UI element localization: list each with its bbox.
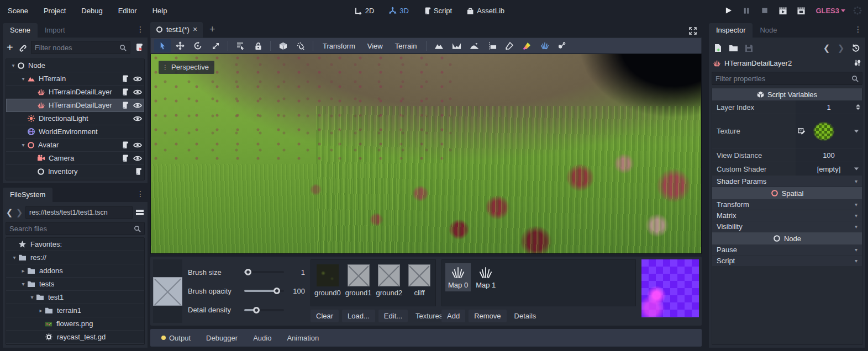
tab-inspector[interactable]: Inspector (709, 23, 753, 38)
dock-menu-icon[interactable]: ⋮ (136, 25, 144, 34)
edit-image-icon[interactable] (798, 127, 806, 135)
lock-button[interactable] (250, 39, 266, 52)
menu-transform[interactable]: Transform (317, 42, 361, 50)
filesystem-row[interactable]: flowers.png (6, 317, 144, 331)
edit-texture-button[interactable]: Edit... (378, 310, 408, 322)
new-scene-tab-button[interactable]: + (203, 24, 222, 38)
tree-expand-icon[interactable]: ▾ (19, 281, 27, 287)
object-tools-icon[interactable] (854, 59, 861, 67)
script-icon[interactable] (134, 167, 142, 176)
filesystem-row[interactable]: ▸addons (6, 264, 144, 278)
slider-track[interactable] (244, 309, 284, 311)
current-path-field[interactable]: res://tests/test1/test1.tscn (25, 206, 133, 219)
tab-node[interactable]: Node (753, 23, 784, 38)
menu-help[interactable]: Help (145, 0, 175, 21)
section-matrix[interactable]: Matrix▾ (712, 210, 862, 221)
terrain-texture-item[interactable]: cliff (407, 264, 432, 297)
dock-menu-icon[interactable]: ⋮ (136, 189, 144, 198)
filesystem-row[interactable]: ▾res:// (6, 251, 144, 264)
menu-debug[interactable]: Debug (73, 0, 110, 21)
clear-texture-button[interactable]: Clear (311, 310, 339, 322)
terrain-texture-item[interactable]: ground1 (345, 264, 372, 297)
tree-expand-icon[interactable]: ▸ (37, 307, 45, 313)
move-button[interactable] (172, 39, 188, 52)
renderer-dropdown[interactable]: GLES3 (812, 7, 849, 15)
menu-terrain[interactable]: Terrain (390, 42, 423, 50)
terrain-texture-item[interactable]: ground0 (314, 264, 341, 297)
perspective-menu[interactable]: ⋮ Perspective (159, 61, 214, 74)
property-value[interactable]: 100 (796, 148, 862, 162)
menu-project[interactable]: Project (36, 0, 73, 21)
scene-tree-row[interactable]: ▾HTerrain (6, 72, 144, 86)
script-icon[interactable] (121, 154, 129, 162)
detail-map-item[interactable]: Map 1 (473, 263, 498, 291)
slider-track[interactable] (244, 290, 284, 292)
tree-expand-icon[interactable]: ▾ (10, 254, 18, 260)
detail-map-item[interactable]: Map 0 (445, 263, 471, 291)
tree-expand-icon[interactable]: ▾ (9, 62, 17, 68)
section-visibility[interactable]: Visibility▾ (712, 221, 862, 232)
tab-filesystem[interactable]: FileSystem (3, 188, 52, 202)
workspace-assetlib[interactable]: AssetLib (462, 7, 509, 15)
section-shader-params[interactable]: Shader Params▾ (712, 176, 862, 187)
value-stepper[interactable] (856, 104, 860, 110)
scene-tree-row[interactable]: ▾Avatar (6, 139, 144, 152)
brush-shape-item[interactable] (153, 259, 182, 277)
scene-tree-row[interactable]: Camera (6, 152, 144, 165)
workspace-2d[interactable]: 2D (350, 7, 379, 15)
menu-editor[interactable]: Editor (111, 0, 145, 21)
play-custom-button[interactable] (794, 4, 808, 17)
details-label[interactable]: Details (510, 312, 541, 320)
clear-script-icon[interactable] (135, 43, 144, 52)
remove-map-button[interactable]: Remove (469, 310, 506, 322)
select-arrow-button[interactable] (154, 39, 171, 52)
scene-tree-row[interactable]: WorldEnvironment (6, 125, 144, 139)
terrain-smooth-button[interactable] (466, 39, 482, 52)
tree-expand-icon[interactable]: ▾ (28, 294, 36, 300)
search-files-input[interactable]: Search files (6, 222, 145, 235)
load-resource-icon[interactable] (729, 44, 738, 52)
property-value[interactable]: 1 (796, 100, 862, 114)
list-select-button[interactable] (232, 39, 249, 52)
new-resource-icon[interactable] (714, 44, 722, 52)
texture-resource-preview[interactable] (808, 117, 840, 146)
scale-button[interactable] (207, 39, 224, 52)
prev-object-button[interactable]: ❮ (823, 43, 830, 53)
next-object-button[interactable]: ❯ (837, 43, 845, 53)
filesystem-row[interactable]: ▸terrain1 (6, 304, 144, 317)
script-icon[interactable] (121, 141, 129, 149)
script-icon[interactable] (121, 75, 129, 83)
instance-scene-icon[interactable] (18, 43, 27, 52)
menu-scene[interactable]: Scene (0, 0, 36, 21)
workspace-script[interactable]: Script (419, 7, 456, 15)
3d-viewport[interactable]: ⋮ Perspective (150, 54, 702, 254)
filesystem-row[interactable]: raycast_test.gd (6, 331, 144, 344)
group-cube-button[interactable] (275, 39, 291, 52)
terrain-texture-item[interactable]: ground2 (376, 264, 402, 297)
stop-button[interactable] (757, 4, 772, 17)
tree-expand-icon[interactable]: ▾ (19, 76, 27, 82)
tab-import[interactable]: Import (38, 23, 72, 38)
update-spinner-icon[interactable] (853, 6, 862, 15)
slider-track[interactable] (244, 271, 284, 273)
scene-tree-row[interactable]: ▾Node (6, 59, 144, 72)
add-node-button[interactable]: + (7, 41, 13, 54)
terrain-lower-button[interactable] (448, 39, 465, 52)
scene-tree-row[interactable]: DirectionalLight (6, 112, 144, 125)
history-forward-button[interactable]: ❯ (15, 208, 23, 217)
holes-shovel-button[interactable] (554, 39, 571, 52)
terrain-flatten-button[interactable] (483, 39, 500, 52)
bottom-tab-audio[interactable]: Audio (246, 334, 278, 342)
distraction-free-icon[interactable] (688, 26, 697, 35)
brush-shape-selected[interactable] (153, 277, 182, 306)
scene-tree-row[interactable]: HTerrainDetailLayer (6, 99, 144, 112)
section-transform[interactable]: Transform▾ (712, 199, 862, 210)
tree-expand-icon[interactable]: ▸ (19, 268, 27, 274)
menu-view[interactable]: View (362, 42, 388, 50)
filter-nodes-input[interactable]: Filter nodes (31, 41, 130, 54)
texture-value[interactable] (796, 114, 862, 148)
slider-knob[interactable] (253, 307, 260, 313)
bottom-tab-debugger[interactable]: Debugger (199, 334, 244, 342)
bottom-tab-output[interactable]: Output (155, 334, 197, 342)
script-icon[interactable] (121, 101, 129, 109)
